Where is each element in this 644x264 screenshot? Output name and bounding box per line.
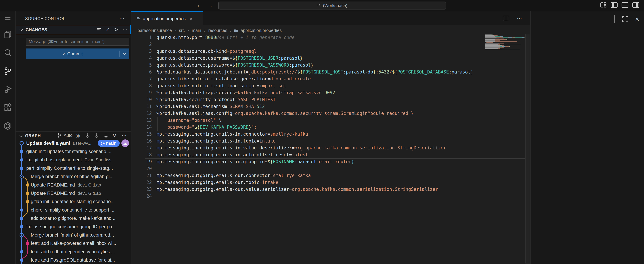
toggle-panel-icon[interactable] — [622, 2, 628, 8]
run-debug-icon[interactable] — [3, 85, 12, 94]
split-editor-icon[interactable] — [503, 15, 509, 21]
changes-more-icon[interactable]: ⋯ — [122, 27, 127, 32]
graph-section-header[interactable]: GRAPH Auto ◎ ↻ ⋯ — [16, 132, 132, 139]
breadcrumb-item[interactable]: src — [179, 28, 185, 33]
commit-row[interactable]: gitlab init: updates for starting scenar… — [16, 147, 132, 156]
code-area[interactable]: quarkus.http.port=8080Use Ctrl + I to ge… — [156, 34, 525, 200]
graph-more-icon[interactable]: ⋯ — [122, 132, 126, 138]
extensions-icon[interactable] — [3, 103, 12, 113]
commit-row[interactable]: add sonar to gitignore. make kafka and .… — [16, 214, 132, 223]
code-line[interactable]: quarkus.hibernate-orm.sql-load-script=im… — [156, 82, 525, 89]
commit-button[interactable]: ✓ Commit — [26, 48, 129, 59]
refresh-icon[interactable]: ↻ — [114, 27, 118, 32]
close-panel-icon[interactable]: × — [635, 16, 639, 23]
code-line[interactable]: quarkus.datasource.db-kind=postgresql — [156, 48, 525, 55]
code-line[interactable]: %prod.kafka.sasl.mechanism=SCRAM-SHA-512 — [156, 103, 525, 110]
breadcrumb[interactable]: parasol-insurance›src›main›resources›app… — [138, 26, 282, 34]
code-line[interactable] — [156, 165, 525, 172]
command-center-search[interactable]: (Workspace) — [218, 1, 446, 9]
tab-application-properties[interactable]: application.properties × — [132, 11, 203, 25]
code-line[interactable]: mp.messaging.outgoing.emails-out.value.s… — [156, 186, 525, 193]
tab-close-icon[interactable]: × — [189, 16, 193, 21]
code-line[interactable]: %prod.quarkus.datasource.jdbc.url=jdbc:p… — [156, 69, 525, 75]
commit-row[interactable]: perf: simplify Containerfile to single-s… — [16, 164, 132, 172]
graph-refresh-icon[interactable]: ↻ — [112, 132, 116, 138]
code-line[interactable]: quarkus.datasource.username=${POSTGRESQL… — [156, 55, 525, 62]
breadcrumb-item[interactable]: parasol-insurance — [138, 28, 172, 33]
minimap-line — [485, 38, 504, 38]
changes-section-header[interactable]: CHANGES ✓ ↻ ⋯ — [16, 25, 131, 34]
commit-row[interactable]: feat: add PostgreSQL database for clai..… — [16, 256, 132, 264]
commit-row[interactable]: Merge branch 'main' of github.com:red... — [16, 231, 132, 239]
toggle-secondary-sidebar-icon[interactable] — [632, 2, 639, 8]
commit-message: feat: add redhat dependency analytics ..… — [31, 249, 115, 255]
commit-row[interactable]: Update devfile.yamluser-wv...◎main☁ — [16, 139, 132, 147]
nav-back-button[interactable]: ← — [196, 2, 202, 8]
commit-row[interactable]: feat: add redhat dependency analytics ..… — [16, 248, 132, 256]
graph-auto-label[interactable]: Auto — [64, 133, 72, 138]
explorer-icon[interactable] — [3, 30, 12, 39]
code-line[interactable]: mp.messaging.incoming.emails-in.group.id… — [156, 158, 525, 165]
code-line[interactable]: mp.messaging.outgoing.emails-out.topic=i… — [156, 179, 525, 186]
tab-bar: application.properties × ⋯ — [132, 11, 530, 25]
customize-layout-icon[interactable] — [600, 2, 607, 8]
code-line[interactable]: mp.messaging.incoming.emails-in.value.de… — [156, 144, 525, 151]
line-number: 2 — [132, 41, 152, 48]
sidebar-more-icon[interactable]: ⋯ — [119, 15, 124, 21]
workspace-label: (Workspace) — [323, 3, 347, 8]
commit-all-icon[interactable]: ✓ — [106, 27, 110, 32]
code-line[interactable]: %prod.kafka.sasl.jaas.config=org.apache.… — [156, 110, 525, 117]
commit-dropdown-button[interactable] — [120, 53, 129, 54]
branch-badge[interactable]: ◎main — [98, 139, 120, 147]
code-line[interactable] — [156, 193, 525, 200]
code-line[interactable]: quarkus.hibernate-orm.database.generatio… — [156, 75, 525, 82]
commit-message: Merge branch 'main' of github.com:red... — [31, 232, 114, 238]
code-line[interactable]: quarkus.datasource.password=${POSTGRESQL… — [156, 62, 525, 69]
menu-icon[interactable] — [3, 14, 12, 24]
fetch-icon[interactable] — [85, 133, 90, 138]
pull-icon[interactable] — [94, 133, 99, 138]
commit-row[interactable]: Update README.mddev1 GitLab — [16, 181, 132, 189]
view-as-list-icon[interactable] — [96, 27, 101, 32]
code-line[interactable]: quarkus.http.port=8080Use Ctrl + I to ge… — [156, 34, 525, 41]
commit-row[interactable]: chore: simplify containerfile to support… — [16, 206, 132, 214]
target-icon[interactable]: ◎ — [76, 132, 80, 138]
code-line[interactable]: %prod.kafka.bootstrap.servers=kafka-kafk… — [156, 89, 525, 96]
code-line[interactable]: mp.messaging.incoming.emails-in.topic=in… — [156, 137, 525, 144]
code-line[interactable]: %prod.kafka.security.protocol=SASL_PLAIN… — [156, 96, 525, 103]
toggle-primary-sidebar-icon[interactable] — [611, 2, 618, 8]
commit-row[interactable]: Merge branch 'main' of https://gitlab-gi… — [16, 173, 132, 181]
commit-message-input[interactable] — [26, 38, 129, 46]
code-line[interactable]: mp.messaging.outgoing.emails-out.connect… — [156, 172, 525, 179]
push-icon[interactable] — [104, 133, 108, 138]
code-line[interactable]: username="parasol" \ — [156, 117, 525, 124]
commit-message: feat: add PostgreSQL database for clai..… — [31, 258, 115, 263]
code-line[interactable]: password="${DEV_KAFKA_PASSWORD}"; — [156, 124, 525, 131]
minimap-line — [485, 35, 498, 36]
commit-row[interactable]: fix: gitlab host replacementEvan Shortis… — [16, 156, 132, 164]
divider — [16, 132, 132, 132]
breadcrumb-item[interactable]: main — [192, 28, 201, 33]
commit-message: perf: simplify Containerfile to single-s… — [26, 166, 113, 171]
code-line[interactable]: mp.messaging.incoming.emails-in.connecto… — [156, 131, 525, 137]
nav-forward-button[interactable]: → — [207, 2, 213, 8]
chevron-down-icon — [19, 134, 23, 137]
search-panel-icon[interactable] — [3, 48, 12, 58]
minimap[interactable] — [485, 34, 525, 55]
commit-row[interactable]: gitlab init: updates for starting scenar… — [16, 198, 132, 206]
divider — [614, 15, 615, 23]
cloud-badge[interactable]: ☁ — [122, 139, 129, 147]
breadcrumb-item[interactable]: resources — [208, 28, 227, 33]
commit-author: dev1 GitLab — [78, 183, 101, 188]
openshift-icon[interactable] — [3, 121, 12, 131]
maximize-panel-icon[interactable] — [622, 16, 628, 23]
source-control-icon[interactable] — [3, 66, 12, 76]
editor-more-icon[interactable]: ⋯ — [517, 16, 522, 21]
editor-scrollbar[interactable] — [525, 34, 530, 264]
breadcrumb-item[interactable]: application.properties — [240, 28, 282, 33]
code-line[interactable]: mp.messaging.incoming.emails-in.auto.off… — [156, 151, 525, 158]
commit-row[interactable]: Update README.mddev1 GitLab — [16, 189, 132, 197]
commit-row[interactable]: feat: add Kafka-powered email inbox wi..… — [16, 239, 132, 248]
commit-row[interactable]: fix: use unique consumer group ID per po… — [16, 223, 132, 231]
code-line[interactable] — [156, 41, 525, 48]
